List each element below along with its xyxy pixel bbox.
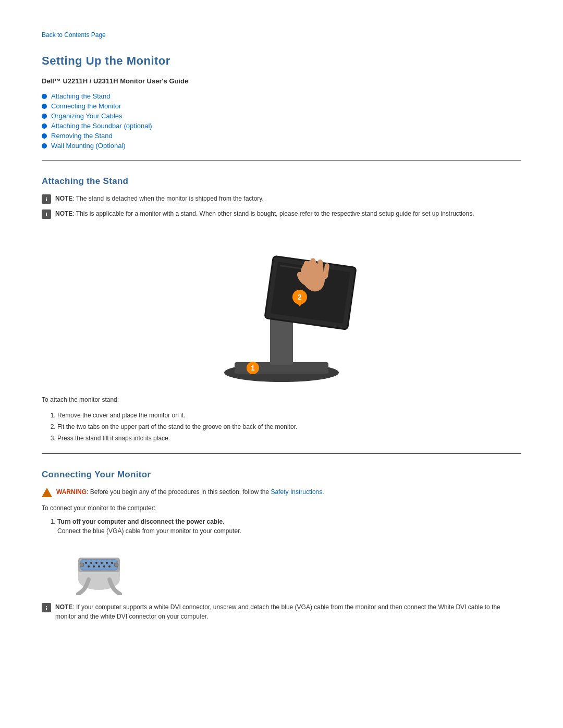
note-text-connecting: NOTE: If your computer supports a white …	[55, 602, 521, 621]
toc-link-removing[interactable]: Removing the Stand	[51, 132, 113, 140]
svg-point-32	[80, 563, 84, 567]
note-block-connecting: NOTE: If your computer supports a white …	[42, 602, 521, 621]
toc-link-attaching[interactable]: Attaching the Stand	[51, 92, 110, 100]
toc-item-connecting: Connecting the Monitor	[42, 102, 521, 110]
svg-point-26	[111, 562, 113, 564]
svg-point-24	[101, 562, 103, 564]
note-text-1: NOTE: The stand is detached when the mon…	[55, 194, 264, 203]
svg-point-30	[103, 565, 105, 567]
toc-item-attaching: Attaching the Stand	[42, 92, 521, 100]
svg-rect-20	[81, 560, 117, 570]
warning-triangle-icon	[42, 488, 52, 497]
connecting-step-1: Turn off your computer and disconnect th…	[57, 517, 521, 536]
bullet-icon-6	[42, 143, 47, 149]
toc-item-organizing: Organizing Your Cables	[42, 112, 521, 120]
toc-link-connecting[interactable]: Connecting the Monitor	[51, 102, 121, 110]
svg-point-28	[93, 565, 95, 567]
attach-step-1: Remove the cover and place the monitor o…	[57, 411, 521, 420]
svg-point-29	[98, 565, 100, 567]
attach-step-2: Fit the two tabs on the upper part of th…	[57, 422, 521, 431]
note-icon-2	[42, 209, 51, 219]
warning-label: WARNING	[56, 488, 87, 496]
note-label-1: NOTE	[55, 195, 72, 202]
toc-item-soundbar: Attaching the Soundbar (optional)	[42, 122, 521, 130]
note-text-2: NOTE: This is applicable for a monitor w…	[55, 209, 474, 218]
bullet-icon-5	[42, 133, 47, 139]
attach-steps-list: Remove the cover and place the monitor o…	[57, 411, 521, 443]
section-divider-1	[42, 160, 521, 161]
page-title: Setting Up the Monitor	[42, 54, 521, 68]
svg-point-22	[90, 562, 92, 564]
back-to-contents-link[interactable]: Back to Contents Page	[42, 31, 521, 39]
connecting-title: Connecting Your Monitor	[42, 470, 521, 480]
note-block-2-attach: NOTE: This is applicable for a monitor w…	[42, 209, 521, 219]
section-divider-2	[42, 453, 521, 454]
stand-illustration-svg: 1 2	[193, 229, 370, 386]
note-content-2: This is applicable for a monitor with a …	[76, 210, 474, 217]
toc-link-soundbar[interactable]: Attaching the Soundbar (optional)	[51, 122, 152, 130]
toc-link-organizing[interactable]: Organizing Your Cables	[51, 112, 123, 120]
warning-after: .	[322, 488, 324, 496]
monitor-stand-image: 1 2	[42, 229, 521, 386]
vga-connector-image	[63, 543, 521, 595]
toc-list: Attaching the Stand Connecting the Monit…	[42, 92, 521, 150]
svg-point-31	[108, 565, 111, 567]
attaching-title: Attaching the Stand	[42, 176, 521, 187]
svg-point-25	[106, 562, 108, 564]
warning-text: WARNING: Before you begin any of the pro…	[56, 487, 324, 497]
warning-block: WARNING: Before you begin any of the pro…	[42, 487, 521, 497]
safety-instructions-link[interactable]: Safety Instructions	[271, 488, 323, 496]
svg-point-23	[95, 562, 97, 564]
note-icon-connecting	[42, 603, 51, 612]
svg-text:2: 2	[298, 293, 302, 301]
svg-text:1: 1	[251, 364, 255, 372]
connecting-steps-list: Turn off your computer and disconnect th…	[57, 517, 521, 536]
attaching-section: Attaching the Stand NOTE: The stand is d…	[42, 176, 521, 443]
toc-link-wall[interactable]: Wall Mounting (Optional)	[51, 142, 126, 150]
note-label-2: NOTE	[55, 210, 72, 217]
svg-point-21	[85, 562, 87, 564]
toc-item-wall: Wall Mounting (Optional)	[42, 142, 521, 150]
bullet-icon-4	[42, 124, 47, 129]
attach-step-3: Press the stand till it snaps into its p…	[57, 434, 521, 443]
vga-illustration-svg	[63, 543, 136, 595]
toc-item-removing: Removing the Stand	[42, 132, 521, 140]
attach-instruction-label: To attach the monitor stand:	[42, 396, 521, 403]
connect-instruction: To connect your monitor to the computer:	[42, 504, 521, 512]
bullet-icon-3	[42, 114, 47, 119]
bullet-icon	[42, 94, 47, 99]
bullet-icon-2	[42, 104, 47, 109]
note-label-connecting: NOTE	[55, 603, 72, 611]
warning-body: Before you begin any of the procedures i…	[90, 488, 270, 496]
step1-bold: Turn off your computer and disconnect th…	[57, 518, 224, 525]
step1-text: Connect the blue (VGA) cable from your m…	[57, 527, 241, 535]
note-content-connecting: If your computer supports a white DVI co…	[55, 603, 500, 620]
product-title: Dell™ U2211H / U2311H Monitor User's Gui…	[42, 77, 521, 85]
svg-point-33	[114, 563, 118, 567]
note-icon-1	[42, 194, 51, 204]
note-content-1: The stand is detached when the monitor i…	[76, 195, 264, 202]
connecting-section: Connecting Your Monitor WARNING: Before …	[42, 470, 521, 621]
note-block-1: NOTE: The stand is detached when the mon…	[42, 194, 521, 204]
svg-point-27	[88, 565, 90, 567]
